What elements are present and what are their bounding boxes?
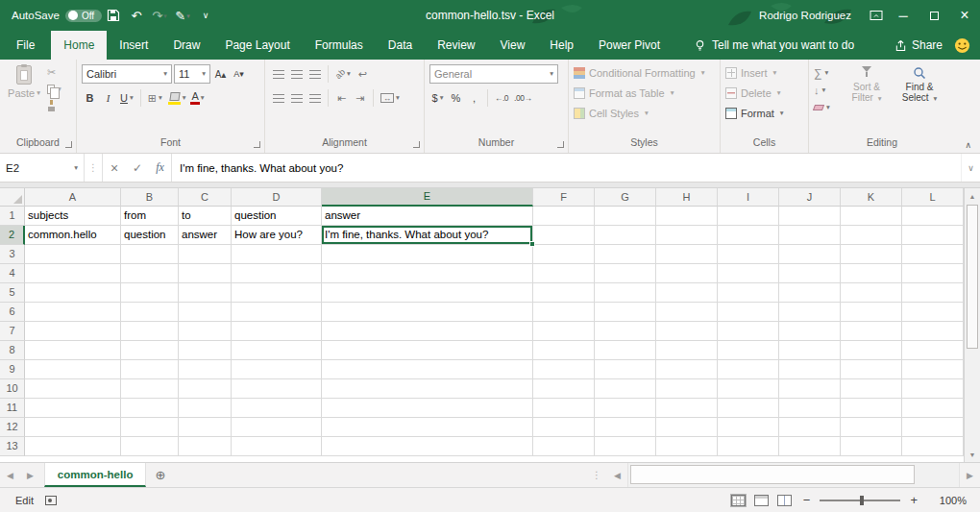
cell-D11[interactable]	[232, 399, 322, 418]
horizontal-scroll-track[interactable]	[627, 463, 960, 487]
underline-button[interactable]: U▾	[118, 88, 135, 108]
cell-F3[interactable]	[533, 245, 595, 264]
column-header-C[interactable]: C	[179, 188, 232, 207]
cell-D5[interactable]	[232, 283, 322, 303]
cell-E13[interactable]	[322, 437, 533, 456]
vertical-scroll-thumb[interactable]	[967, 205, 978, 349]
page-layout-view-button[interactable]	[754, 495, 769, 506]
cell-A13[interactable]	[25, 437, 121, 456]
fill-handle[interactable]	[529, 241, 535, 247]
cell-G2[interactable]	[595, 226, 656, 245]
macro-record-icon[interactable]	[45, 496, 57, 505]
row-header-9[interactable]: 9	[0, 360, 25, 379]
cell-H12[interactable]	[656, 418, 718, 437]
cell-L8[interactable]	[902, 341, 964, 360]
cell-I13[interactable]	[718, 437, 779, 456]
feedback-smiley-icon[interactable]	[954, 31, 970, 60]
cell-H7[interactable]	[656, 322, 718, 341]
merge-center-button[interactable]: ↔▾	[379, 88, 402, 108]
cell-I7[interactable]	[718, 322, 779, 341]
cell-C9[interactable]	[179, 360, 232, 379]
align-top-button[interactable]	[270, 64, 286, 84]
cell-I1[interactable]	[718, 207, 779, 226]
cell-J2[interactable]	[779, 226, 841, 245]
cell-C1[interactable]: to	[179, 207, 232, 226]
cell-A8[interactable]	[25, 341, 121, 360]
cell-H11[interactable]	[656, 399, 718, 418]
clipboard-dialog-launcher-icon[interactable]	[65, 141, 72, 148]
fill-color-button[interactable]: ▾	[166, 88, 188, 108]
cell-J10[interactable]	[779, 379, 841, 399]
cell-B6[interactable]	[121, 303, 179, 322]
sheet-tab-common-hello[interactable]: common-hello	[44, 463, 147, 487]
autosum-button[interactable]: ∑▾	[814, 65, 839, 81]
cell-D4[interactable]	[232, 264, 322, 283]
cell-J13[interactable]	[779, 437, 841, 456]
cell-H6[interactable]	[656, 303, 718, 322]
cell-A11[interactable]	[25, 399, 121, 418]
cell-C2[interactable]: answer	[179, 226, 232, 245]
column-header-L[interactable]: L	[902, 188, 964, 207]
column-header-J[interactable]: J	[779, 188, 841, 207]
cell-E9[interactable]	[322, 360, 533, 379]
align-right-button[interactable]	[306, 88, 323, 108]
cell-I11[interactable]	[718, 399, 779, 418]
delete-cells-button[interactable]: Delete ▾	[725, 85, 803, 101]
cell-D13[interactable]	[232, 437, 322, 456]
cell-F4[interactable]	[533, 264, 595, 283]
percent-style-button[interactable]: %	[448, 88, 464, 108]
autosave-toggle[interactable]: AutoSave Off	[12, 10, 102, 22]
customize-qat-button[interactable]: ∨	[194, 0, 217, 31]
cell-F11[interactable]	[533, 399, 595, 418]
cell-E8[interactable]	[322, 341, 533, 360]
cell-C7[interactable]	[179, 322, 232, 341]
cell-L13[interactable]	[902, 437, 964, 456]
cell-J4[interactable]	[779, 264, 841, 283]
column-header-A[interactable]: A	[25, 188, 121, 207]
cell-G9[interactable]	[595, 360, 656, 379]
cell-G4[interactable]	[595, 264, 656, 283]
borders-button[interactable]: ⊞▾	[146, 88, 164, 108]
column-header-I[interactable]: I	[718, 188, 779, 207]
cell-H1[interactable]	[656, 207, 718, 226]
number-format-combo[interactable]: General ▾	[429, 64, 558, 84]
user-name[interactable]: Rodrigo Rodriguez	[759, 10, 851, 21]
cell-B12[interactable]	[121, 418, 179, 437]
row-header-13[interactable]: 13	[0, 437, 25, 456]
cell-B13[interactable]	[121, 437, 179, 456]
cell-B3[interactable]	[121, 245, 179, 264]
row-header-8[interactable]: 8	[0, 341, 25, 360]
cell-I2[interactable]	[718, 226, 779, 245]
increase-indent-button[interactable]: ⇥	[352, 88, 368, 108]
cell-D7[interactable]	[232, 322, 322, 341]
ribbon-tab-help[interactable]: Help	[537, 31, 586, 60]
row-header-4[interactable]: 4	[0, 264, 25, 283]
row-header-10[interactable]: 10	[0, 379, 25, 399]
hscroll-left-icon[interactable]: ◀	[607, 471, 627, 480]
cell-F7[interactable]	[533, 322, 595, 341]
format-painter-button[interactable]	[47, 98, 61, 112]
cell-E3[interactable]	[322, 245, 533, 264]
cell-B4[interactable]	[121, 264, 179, 283]
cell-L11[interactable]	[902, 399, 964, 418]
conditional-formatting-button[interactable]: Conditional Formatting ▾	[574, 64, 715, 81]
cell-I6[interactable]	[718, 303, 779, 322]
sort-filter-button[interactable]: Sort & Filter ▾	[842, 63, 892, 135]
cell-E11[interactable]	[322, 399, 533, 418]
cell-G5[interactable]	[595, 283, 656, 303]
column-header-K[interactable]: K	[841, 188, 902, 207]
row-header-2[interactable]: 2	[0, 226, 25, 245]
cell-G3[interactable]	[595, 245, 656, 264]
copy-button[interactable]: ▾	[47, 82, 61, 96]
cell-F6[interactable]	[533, 303, 595, 322]
cell-F5[interactable]	[533, 283, 595, 303]
cell-H10[interactable]	[656, 379, 718, 399]
sheet-nav-left-icon[interactable]: ◀	[0, 463, 20, 487]
cell-G1[interactable]	[595, 207, 656, 226]
ribbon-tab-power-pivot[interactable]: Power Pivot	[586, 31, 673, 60]
row-header-1[interactable]: 1	[0, 207, 25, 226]
cell-C6[interactable]	[179, 303, 232, 322]
vertical-scroll-track[interactable]	[965, 350, 980, 447]
cell-F1[interactable]	[533, 207, 595, 226]
scroll-up-icon[interactable]: ▲	[965, 188, 980, 204]
